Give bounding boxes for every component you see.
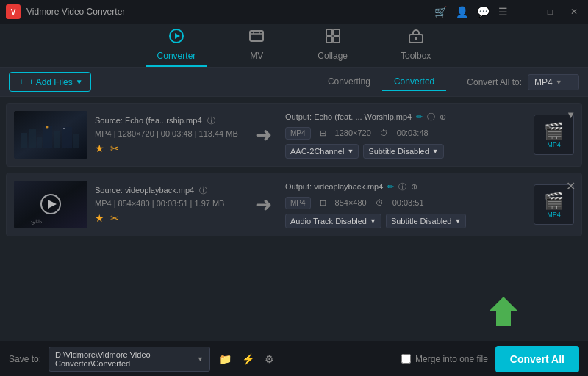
clock-icon-2: ⏱ (376, 198, 384, 207)
subtitle-dropdown-icon-1: ▼ (432, 148, 439, 155)
svg-point-21 (63, 128, 65, 129)
svg-rect-13 (21, 133, 27, 148)
tab-converter[interactable]: Converter (146, 22, 208, 67)
user-icon[interactable]: 👤 (456, 6, 468, 18)
convert-all-button[interactable]: Convert All (495, 346, 579, 372)
plus-icon: ＋ (17, 76, 26, 88)
nav-bar: Converter MV Collage (0, 24, 588, 68)
svg-rect-19 (73, 134, 79, 148)
tab-toolbox[interactable]: Toolbox (389, 22, 442, 67)
merge-checkbox-label[interactable]: Merge into one file (401, 354, 488, 364)
save-to-label: Save to: (9, 354, 41, 364)
convert-all-to: Convert All to: MP4 ▼ (467, 74, 579, 90)
collage-icon (325, 28, 341, 48)
bottom-bar: Save to: D:\Vidmore\Vidmore Video Conver… (0, 341, 588, 376)
gear-icon[interactable]: ⚙ (263, 352, 276, 366)
output-controls-1: AAC-2Channel ▼ Subtitle Disabled ▼ (285, 144, 522, 159)
toolbox-icon (408, 28, 424, 48)
cart-icon[interactable]: 🛒 (434, 6, 447, 18)
subtitle-select-2[interactable]: Subtitle Disabled ▼ (386, 214, 466, 228)
file-meta-1: MP4 | 1280×720 | 00:03:48 | 113.44 MB (95, 129, 242, 138)
converter-label: Converter (157, 51, 196, 61)
expand-button-1[interactable]: ▼ (566, 109, 576, 120)
source-info-icon-1: ⓘ (207, 116, 215, 125)
delete-button-2[interactable]: ✕ (566, 179, 576, 193)
chat-icon[interactable]: 💬 (477, 6, 490, 18)
file-item-1: Source: Echo (fea...rship.mp4 ⓘ MP4 | 12… (6, 103, 582, 167)
star-button-1[interactable]: ★ (95, 142, 104, 154)
title-bar-right: 🛒 👤 💬 ☰ — □ ✕ (434, 6, 582, 18)
output-duration-2: 00:03:51 (392, 198, 424, 207)
toolbar: ＋ + Add Files ▼ Converting Converted Con… (0, 68, 588, 97)
output-thumb-label-2: MP4 (547, 211, 561, 218)
tab-converted[interactable]: Converted (382, 73, 446, 91)
output-name-1: Output: Echo (feat. ... Worship.mp4 ✏ ⓘ … (285, 112, 522, 123)
star-button-2[interactable]: ★ (95, 212, 104, 224)
file-thumb-1 (14, 111, 87, 159)
svg-rect-17 (54, 131, 60, 148)
title-bar-left: V Vidmore Video Converter (6, 4, 125, 19)
output-res-1: 1280×720 (335, 129, 371, 137)
close-button[interactable]: ✕ (566, 7, 582, 17)
add-files-button[interactable]: ＋ + Add Files ▼ (9, 72, 91, 92)
svg-rect-14 (29, 129, 36, 148)
cut-button-2[interactable]: ✂ (110, 212, 119, 224)
add-icon-2[interactable]: ⊕ (411, 182, 417, 192)
svg-marker-1 (175, 33, 180, 39)
merge-checkbox-input[interactable] (401, 354, 411, 364)
svg-rect-7 (334, 29, 340, 35)
output-name-2: Output: videoplayback.mp4 ✏ ⓘ ⊕ (285, 181, 522, 192)
format-select[interactable]: MP4 ▼ (528, 74, 579, 90)
file-thumb-icon-2: 🎬 (544, 192, 564, 211)
cut-button-1[interactable]: ✂ (110, 142, 119, 154)
tab-collage[interactable]: Collage (306, 22, 359, 67)
edit-icon-1[interactable]: ✏ (416, 112, 423, 122)
audio-track-select-2[interactable]: Audio Track Disabled ▼ (285, 214, 381, 228)
source-info-icon-2: ⓘ (199, 186, 207, 195)
file-source-1: Source: Echo (fea...rship.mp4 ⓘ (95, 115, 242, 126)
minimize-button[interactable]: — (517, 7, 534, 17)
res-icon-1: ⊞ (320, 129, 326, 138)
save-path-value: D:\Vidmore\Vidmore Video Converter\Conve… (55, 350, 197, 368)
arrow-2: ➜ (255, 192, 272, 217)
converter-icon (168, 28, 184, 48)
file-item-2: دانلود Source: videoplayback.mp4 ⓘ MP4 |… (6, 173, 582, 236)
info-icon-2[interactable]: ⓘ (398, 181, 406, 192)
output-controls-2: Audio Track Disabled ▼ Subtitle Disabled… (285, 214, 522, 228)
folder-open-icon[interactable]: 📁 (218, 352, 233, 366)
info-icon-1[interactable]: ⓘ (427, 112, 435, 123)
tab-converting[interactable]: Converting (316, 73, 382, 91)
menu-icon[interactable]: ☰ (498, 6, 508, 18)
format-dropdown-icon: ▼ (556, 79, 562, 86)
output-res-2: 854×480 (335, 198, 367, 207)
collage-label: Collage (318, 51, 348, 61)
svg-marker-26 (489, 297, 518, 326)
maximize-button[interactable]: □ (543, 7, 557, 17)
output-specs-1: MP4 ⊞ 1280×720 ⏱ 00:03:48 (285, 127, 522, 140)
tab-mv[interactable]: MV (237, 22, 276, 67)
output-thumb-label-1: MP4 (547, 141, 561, 148)
output-section-1: Output: Echo (feat. ... Worship.mp4 ✏ ⓘ … (285, 112, 522, 159)
res-icon-2: ⊞ (320, 198, 326, 208)
mv-icon (248, 28, 265, 48)
svg-rect-15 (37, 137, 42, 148)
tab-switch: Converting Converted (316, 73, 446, 91)
svg-rect-8 (326, 37, 332, 43)
mv-label: MV (250, 51, 263, 61)
audio-track-select-1[interactable]: AAC-2Channel ▼ (285, 144, 359, 159)
output-specs-2: MP4 ⊞ 854×480 ⏱ 00:03:51 (285, 197, 522, 209)
add-icon-1[interactable]: ⊕ (440, 112, 446, 122)
file-actions-1: ★ ✂ (95, 142, 242, 154)
file-list: Source: Echo (fea...rship.mp4 ⓘ MP4 | 12… (0, 97, 588, 242)
save-path[interactable]: D:\Vidmore\Vidmore Video Converter\Conve… (49, 347, 210, 372)
svg-rect-16 (43, 126, 52, 148)
audio-dropdown-icon-1: ▼ (347, 148, 354, 155)
app-logo: V (6, 4, 21, 19)
subtitle-select-1[interactable]: Subtitle Disabled ▼ (363, 144, 443, 159)
output-format-2: MP4 (285, 197, 311, 209)
svg-rect-2 (250, 31, 263, 41)
edit-icon-2[interactable]: ✏ (387, 182, 394, 192)
svg-rect-9 (334, 37, 340, 43)
settings-icon[interactable]: ⚡ (240, 352, 256, 366)
merge-label: Merge into one file (415, 354, 488, 364)
